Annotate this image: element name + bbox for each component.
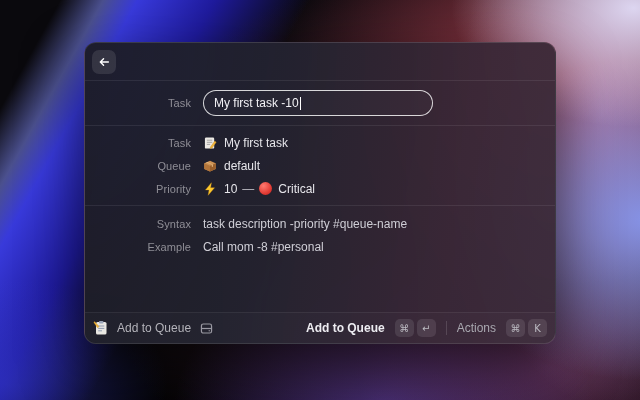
example-row-label: Example [85, 241, 191, 253]
text-caret [300, 97, 302, 110]
priority-preview-row: Priority 10 — Critical [85, 177, 555, 200]
cmd-keycap: ⌘ [506, 319, 525, 337]
back-button[interactable] [92, 50, 116, 74]
empty-space [85, 264, 555, 312]
actions-label: Actions [457, 321, 496, 335]
example-value: Call mom -8 #personal [203, 240, 324, 254]
task-field-label: Task [85, 97, 191, 109]
command-name: Add to Queue [117, 321, 191, 335]
parsed-task-preview: Task My first task Queue [85, 126, 555, 205]
syntax-value: task description -priority #queue-name [203, 217, 407, 231]
arrow-left-icon [97, 55, 111, 69]
clipboard-note-icon [93, 320, 109, 336]
queue-preview-value: default [224, 159, 260, 173]
syntax-help-section: Syntax task description -priority #queue… [85, 206, 555, 264]
priority-level: Critical [278, 182, 315, 196]
task-preview-value: My first task [224, 136, 288, 150]
raycast-command-window: Task My first task -10 Task [84, 42, 556, 344]
priority-number: 10 [224, 182, 237, 196]
task-preview-row: Task My first task [85, 131, 555, 154]
syntax-row-label: Syntax [85, 218, 191, 230]
footer-separator [446, 321, 447, 335]
window-header [85, 43, 555, 80]
action-bar: Add to Queue Add to Queue ⌘ ↵ Actions ⌘ … [85, 313, 555, 343]
package-icon [203, 159, 217, 173]
memo-icon [203, 136, 217, 150]
queue-row-label: Queue [85, 160, 191, 172]
primary-action-label: Add to Queue [306, 321, 385, 335]
footer-actions: Add to Queue ⌘ ↵ Actions ⌘ K [306, 319, 547, 337]
command-info: Add to Queue [93, 320, 214, 336]
syntax-row: Syntax task description -priority #queue… [85, 212, 555, 235]
queue-preview-row: Queue default [85, 154, 555, 177]
task-input[interactable]: My first task -10 [203, 90, 433, 116]
task-input-value: My first task -10 [214, 96, 299, 110]
example-row: Example Call mom -8 #personal [85, 235, 555, 258]
actions-menu-button[interactable]: Actions ⌘ K [457, 319, 547, 337]
k-keycap: K [528, 319, 547, 337]
task-row-label: Task [85, 137, 191, 149]
red-circle-icon [259, 182, 272, 195]
priority-separator: — [242, 182, 254, 196]
priority-row-label: Priority [85, 183, 191, 195]
hard-drive-icon [199, 321, 214, 336]
lightning-bolt-icon [203, 182, 217, 196]
primary-action-button[interactable]: Add to Queue ⌘ ↵ [306, 319, 436, 337]
task-input-section: Task My first task -10 [85, 81, 555, 125]
return-keycap: ↵ [417, 319, 436, 337]
cmd-keycap: ⌘ [395, 319, 414, 337]
